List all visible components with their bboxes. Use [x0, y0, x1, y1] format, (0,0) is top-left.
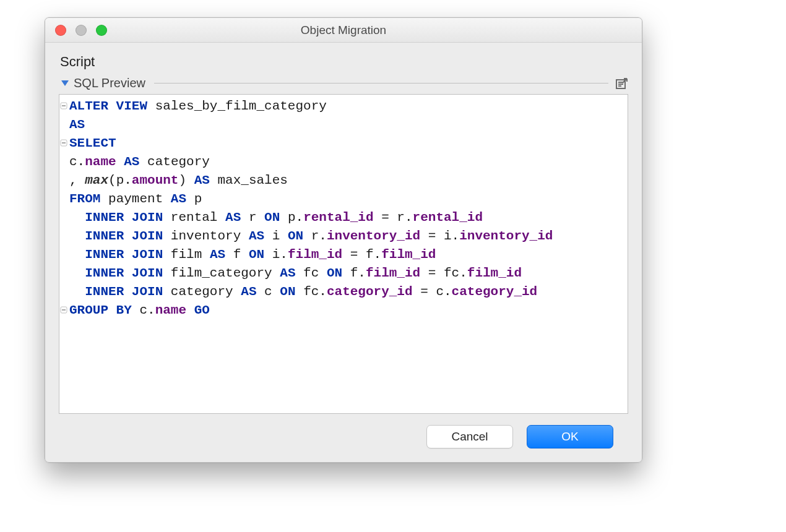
- dialog-window: Object Migration Script SQL Preview ALTE…: [45, 17, 642, 463]
- sql-preview-header: SQL Preview: [59, 76, 628, 90]
- dialog-body: Script SQL Preview ALTER VIEW sales_by_f…: [45, 43, 642, 462]
- divider: [154, 83, 608, 84]
- window-title: Object Migration: [45, 24, 642, 37]
- fold-marker-icon[interactable]: [59, 100, 68, 112]
- ok-button-label: OK: [561, 430, 578, 444]
- section-title-script: Script: [60, 54, 628, 70]
- cancel-button-label: Cancel: [451, 430, 488, 444]
- fold-marker-icon[interactable]: [59, 304, 68, 316]
- sql-code: ALTER VIEW sales_by_film_categoryASSELEC…: [69, 97, 624, 320]
- ok-button[interactable]: OK: [527, 425, 613, 448]
- minimize-icon: [76, 25, 87, 36]
- sql-editor[interactable]: ALTER VIEW sales_by_film_categoryASSELEC…: [59, 94, 628, 414]
- titlebar: Object Migration: [45, 18, 642, 43]
- cancel-button[interactable]: Cancel: [426, 425, 513, 448]
- fold-marker-icon[interactable]: [59, 137, 68, 149]
- close-icon[interactable]: [55, 25, 66, 36]
- disclosure-triangle-icon[interactable]: [61, 80, 69, 86]
- dialog-footer: Cancel OK: [59, 414, 628, 452]
- traffic-lights: [45, 25, 107, 36]
- editor-gutter: [59, 95, 68, 413]
- sql-preview-label: SQL Preview: [74, 76, 145, 90]
- zoom-icon[interactable]: [96, 25, 107, 36]
- edit-in-external-icon[interactable]: [615, 77, 628, 90]
